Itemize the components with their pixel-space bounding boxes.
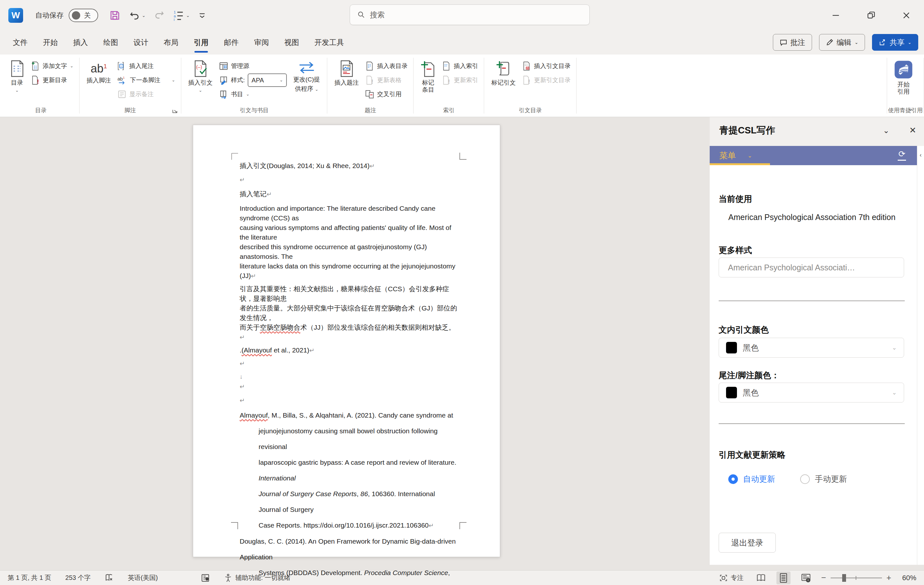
panel-scrollbar[interactable]: ‹ [917,146,924,565]
refresh-icon[interactable]: ⟳ [898,149,906,161]
tab-references[interactable]: 引用 [186,30,216,54]
update-index-icon: ! [442,75,451,85]
endnote-footnote-color-select[interactable]: 黑色 ⌄ [719,382,904,402]
insert-table-of-figures-icon [365,61,374,71]
tab-view[interactable]: 视图 [277,30,307,54]
change-provider-button[interactable]: 更改(C)提 供程序 ⌄ [289,58,324,104]
autosave-toggle[interactable]: 关 [69,9,98,22]
cross-reference-button[interactable]: 交叉引用 [363,87,410,101]
svg-text:a: a [173,14,176,18]
insert-citation-icon: (–) [193,60,208,77]
word-count[interactable]: 253 个字 [66,573,91,582]
intext-citation-color-select[interactable]: 黑色 ⌄ [719,338,904,358]
undo-button[interactable]: ⌄ [129,10,146,21]
manage-sources-icon [219,62,228,71]
start-citation-button[interactable]: 开始引用 [890,58,917,104]
update-toc-button[interactable]: ! 更新目录 [28,73,76,87]
zoom-out-icon[interactable]: − [821,573,826,583]
web-layout-button[interactable] [799,572,813,584]
insert-table-of-figures-button[interactable]: 插入表目录 [363,59,410,73]
svg-text:i: i [173,18,175,21]
more-styles-label: 更多样式 [719,245,752,256]
status-bar: 第 1 页, 共 1 页 253 个字 英语(美国) 辅助功能: 一切就绪 专注 [0,570,924,585]
search-icon [357,11,365,19]
multilevel-list-button[interactable]: 1 a i ⌄ [173,10,190,21]
panel-close-icon[interactable]: ✕ [909,125,916,135]
toc-button[interactable]: 目录 ⌄ [6,58,28,104]
svg-text:!: ! [37,78,39,85]
undo-dropdown-icon[interactable]: ⌄ [142,13,146,18]
page-indicator[interactable]: 第 1 页, 共 1 页 [8,573,51,582]
insert-endnote-button[interactable]: i 插入尾注 [115,59,178,73]
print-layout-button[interactable] [776,572,790,584]
manual-update-radio[interactable]: 手动更新 [800,474,847,484]
panel-collapse-icon[interactable]: ‹ [917,152,924,158]
group-table-of-authorities: 标记引文 插入引文目录 ! 更新引文目录 引文目录 [484,54,576,117]
logout-button[interactable]: 退出登录 [719,533,776,553]
tab-developer[interactable]: 开发工具 [307,30,351,54]
share-button[interactable]: 共享⌄ [872,34,918,51]
insert-table-of-authorities-button[interactable]: 插入引文目录 [520,59,573,73]
style-dropdown-icon: ⌄ [279,78,283,82]
spellcheck-status-icon[interactable] [105,573,114,582]
mark-citation-button[interactable]: 标记引文 [487,58,520,104]
word-logo-icon: W [8,8,23,23]
mark-entry-icon [421,60,436,77]
document-page[interactable]: 插入引文(Douglas, 2014; Xu & Rhee, 2014)↵ ↵ … [193,125,500,557]
auto-update-radio[interactable]: 自动更新 [728,474,775,484]
toc-dropdown-icon[interactable]: ⌄ [15,89,19,92]
style-search-input[interactable]: American Psychological Associati… [719,257,904,277]
zoom-slider[interactable] [831,578,882,578]
bibliography-button[interactable]: 书目⌄ [216,87,289,101]
panel-options-icon[interactable]: ⌄ [883,126,889,135]
pencil-icon [826,38,833,46]
tab-design[interactable]: 设计 [126,30,156,54]
menu-dropdown-icon[interactable]: ⌄ [747,152,752,159]
tab-review[interactable]: 审阅 [246,30,277,54]
insert-toa-icon [522,61,531,71]
save-icon[interactable] [109,10,120,21]
read-mode-button[interactable] [754,572,768,584]
comments-button[interactable]: 批注 [773,34,812,51]
editing-button[interactable]: 编辑⌄ [819,34,865,51]
style-row: 样式: APA ⌄ [216,73,289,87]
bibliography-icon [219,90,228,99]
insert-index-button[interactable]: 插入索引 [439,59,480,73]
tab-home[interactable]: 开始 [35,30,66,54]
zoom-slider-thumb[interactable] [842,574,846,582]
menu-tab[interactable]: 菜单 [719,150,736,161]
insert-citation-dropdown-icon[interactable]: ⌄ [199,89,202,92]
customize-qat-icon[interactable] [198,11,206,20]
next-footnote-button[interactable]: ab 1 下一条脚注 ⌄ [115,73,178,87]
citation-style-select[interactable]: APA ⌄ [248,73,287,87]
tab-insert[interactable]: 插入 [66,30,96,54]
current-style-label: 当前使用 [719,193,752,204]
mark-entry-button[interactable]: 标记条目 [417,58,439,104]
add-text-button[interactable]: 添加文字⌄ [28,59,76,73]
zoom-in-icon[interactable]: + [886,573,891,583]
footnotes-dialog-launcher-icon[interactable] [172,108,178,114]
tab-layout[interactable]: 布局 [156,30,186,54]
zoom-level[interactable]: 60% [902,574,916,582]
tab-mailings[interactable]: 邮件 [216,30,246,54]
restore-button[interactable] [853,0,889,30]
collapse-ribbon-icon[interactable]: ⌄ [908,105,913,112]
title-bar: W 自动保存 关 ⌄ 1 a i ⌄ [0,0,924,30]
document-text[interactable]: 插入引文(Douglas, 2014; Xu & Rhee, 2014)↵ ↵ … [193,125,500,557]
tab-draw[interactable]: 绘图 [96,30,126,54]
tab-file[interactable]: 文件 [5,30,35,54]
language-indicator[interactable]: 英语(美国) [128,573,158,582]
search-input[interactable] [370,11,563,19]
insert-footnote-button[interactable]: ab1 插入脚注 [83,58,115,104]
svg-text:!: ! [448,78,450,85]
style-icon [219,76,228,85]
insert-citation-button[interactable]: (–) 插入引文 ⌄ [185,58,216,104]
focus-mode-button[interactable]: 专注 [719,573,744,582]
minimize-button[interactable] [818,0,853,30]
search-box[interactable] [350,5,590,25]
macro-record-icon[interactable] [201,573,210,582]
manage-sources-button[interactable]: 管理源 [216,59,289,73]
redo-button[interactable] [154,10,165,21]
close-button[interactable] [889,0,924,30]
insert-caption-button[interactable]: 插入题注 [330,58,363,104]
